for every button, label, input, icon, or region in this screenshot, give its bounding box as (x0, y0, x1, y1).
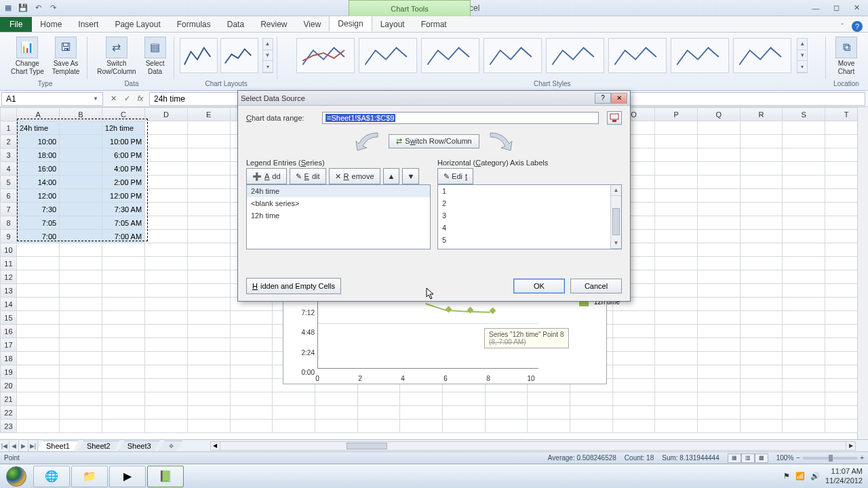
cell[interactable] (783, 325, 825, 338)
row-header[interactable]: 1 (1, 121, 17, 135)
cell[interactable] (230, 392, 273, 406)
cell[interactable] (145, 135, 188, 148)
cell[interactable] (740, 298, 783, 311)
cell[interactable] (740, 257, 783, 270)
cell[interactable] (740, 203, 783, 216)
cell[interactable] (145, 298, 188, 311)
cell[interactable] (60, 311, 102, 325)
row-header[interactable]: 5 (1, 176, 17, 189)
cell[interactable] (145, 148, 188, 162)
cell[interactable] (698, 162, 741, 176)
column-header[interactable]: B (60, 108, 102, 121)
cell[interactable] (698, 176, 741, 189)
cell[interactable]: 12:00 PM (102, 189, 144, 203)
cell[interactable] (60, 325, 102, 338)
cell[interactable] (655, 420, 698, 433)
zoom-out-icon[interactable]: − (796, 454, 800, 462)
hidden-empty-cells-button[interactable]: Hidden and Empty Cells (246, 278, 341, 294)
cell[interactable] (783, 257, 825, 270)
cell[interactable] (655, 216, 698, 230)
cell[interactable]: 10:00 (16, 135, 59, 148)
cell[interactable] (612, 325, 655, 338)
maximize-button[interactable]: ◻ (827, 3, 845, 14)
layouts-scroll[interactable]: ▲▼▾ (262, 38, 273, 73)
chart-style-thumb[interactable] (421, 38, 479, 73)
cell[interactable] (698, 420, 741, 433)
cell[interactable] (400, 392, 443, 406)
chart-layout-thumb[interactable] (220, 38, 258, 73)
chart-style-thumb[interactable] (671, 38, 729, 73)
cell[interactable] (102, 325, 144, 338)
cell[interactable] (230, 406, 273, 420)
cell[interactable] (145, 392, 188, 406)
cell[interactable] (16, 338, 59, 352)
horizontal-scrollbar[interactable]: ◀▶ (210, 441, 856, 451)
cell[interactable] (783, 379, 825, 392)
row-header[interactable]: 15 (1, 311, 17, 325)
column-header[interactable]: E (187, 108, 230, 121)
row-header[interactable]: 13 (1, 284, 17, 298)
chart-style-thumb[interactable] (484, 38, 542, 73)
row-header[interactable]: 12 (1, 270, 17, 284)
cell[interactable] (612, 392, 655, 406)
tab-design[interactable]: Design (329, 16, 372, 32)
cell[interactable] (16, 284, 59, 298)
cell[interactable] (60, 284, 102, 298)
new-sheet-button[interactable]: ✧ (159, 441, 183, 451)
sheet-tab-sheet2[interactable]: Sheet2 (78, 441, 119, 451)
cell[interactable] (783, 365, 825, 379)
cell[interactable] (655, 257, 698, 270)
tab-view[interactable]: View (296, 17, 330, 32)
cell[interactable] (60, 406, 102, 420)
cell[interactable] (655, 162, 698, 176)
cell[interactable] (357, 392, 400, 406)
cell[interactable] (570, 420, 612, 433)
row-header[interactable]: 10 (1, 243, 17, 257)
cell[interactable] (102, 420, 144, 433)
cell[interactable] (655, 270, 698, 284)
cell[interactable] (783, 135, 825, 148)
cell[interactable] (230, 379, 273, 392)
cell[interactable] (655, 230, 698, 243)
column-header[interactable]: D (145, 108, 188, 121)
list-item[interactable]: 5 (438, 234, 621, 246)
chart-style-thumb[interactable] (733, 38, 791, 73)
move-up-button[interactable]: ▲ (383, 168, 400, 184)
cell[interactable] (16, 352, 59, 365)
tray-volume-icon[interactable]: 🔊 (810, 472, 820, 481)
sheet-nav-first-icon[interactable]: |◀ (0, 441, 9, 451)
row-header[interactable]: 20 (1, 379, 17, 392)
cell[interactable] (783, 338, 825, 352)
cell[interactable] (187, 162, 230, 176)
taskbar-excel-icon[interactable]: 📗 (147, 466, 184, 487)
cell[interactable] (528, 392, 570, 406)
cell[interactable] (783, 203, 825, 216)
cell[interactable] (783, 189, 825, 203)
cell[interactable] (187, 243, 230, 257)
cell[interactable] (102, 392, 144, 406)
cell[interactable] (187, 270, 230, 284)
row-header[interactable]: 22 (1, 406, 17, 420)
row-header[interactable]: 19 (1, 365, 17, 379)
cell[interactable] (698, 257, 741, 270)
chart-style-thumb[interactable] (546, 38, 604, 73)
cell[interactable]: 7:30 AM (102, 203, 144, 216)
cell[interactable] (16, 311, 59, 325)
cell[interactable]: 12h time (102, 121, 144, 135)
axis-list-scrollbar[interactable]: ▲▼ (610, 185, 621, 249)
cell[interactable] (16, 365, 59, 379)
cell[interactable] (187, 420, 230, 433)
select-data-button[interactable]: ▤Select Data (140, 35, 170, 77)
cell[interactable]: 16:00 (16, 162, 59, 176)
cell[interactable] (145, 121, 188, 135)
cell[interactable]: 7:30 (16, 203, 59, 216)
move-down-button[interactable]: ▼ (402, 168, 419, 184)
cell[interactable] (16, 257, 59, 270)
add-series-button[interactable]: ➕ Add (246, 168, 287, 184)
cell[interactable] (783, 298, 825, 311)
tab-data[interactable]: Data (219, 17, 252, 32)
column-header[interactable]: Q (698, 108, 741, 121)
save-icon[interactable]: 💾 (18, 3, 28, 14)
edit-series-button[interactable]: ✎ Edit (290, 168, 326, 184)
cell[interactable] (187, 325, 230, 338)
